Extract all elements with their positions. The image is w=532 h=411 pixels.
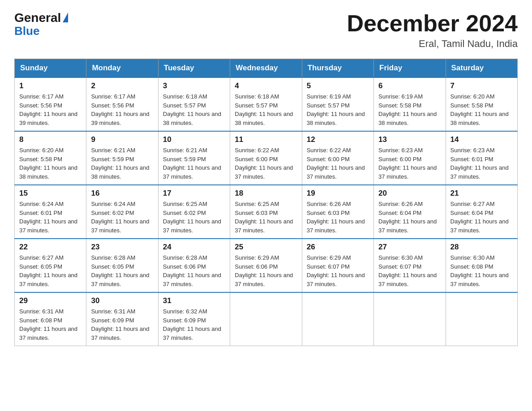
calendar-cell [374, 292, 446, 346]
calendar-week-row: 15Sunrise: 6:24 AMSunset: 6:01 PMDayligh… [15, 185, 518, 239]
calendar-cell: 29Sunrise: 6:31 AMSunset: 6:08 PMDayligh… [15, 292, 86, 346]
day-info: Sunrise: 6:27 AMSunset: 6:04 PMDaylight:… [450, 200, 513, 235]
calendar-cell: 9Sunrise: 6:21 AMSunset: 5:59 PMDaylight… [86, 131, 158, 185]
day-number: 11 [235, 135, 297, 144]
day-info: Sunrise: 6:21 AMSunset: 5:59 PMDaylight:… [163, 146, 225, 181]
day-info: Sunrise: 6:20 AMSunset: 5:58 PMDaylight:… [450, 92, 513, 127]
day-number: 19 [307, 189, 369, 198]
calendar-cell: 24Sunrise: 6:28 AMSunset: 6:06 PMDayligh… [158, 239, 230, 292]
calendar-cell [302, 292, 373, 346]
day-number: 27 [378, 243, 441, 252]
day-number: 16 [91, 189, 153, 198]
day-info: Sunrise: 6:31 AMSunset: 6:08 PMDaylight:… [19, 307, 82, 342]
day-number: 4 [235, 81, 297, 90]
day-info: Sunrise: 6:26 AMSunset: 6:03 PMDaylight:… [307, 200, 369, 235]
day-number: 3 [163, 81, 225, 90]
day-info: Sunrise: 6:22 AMSunset: 6:00 PMDaylight:… [235, 146, 297, 181]
day-info: Sunrise: 6:17 AMSunset: 5:56 PMDaylight:… [91, 92, 153, 127]
day-info: Sunrise: 6:24 AMSunset: 6:02 PMDaylight:… [91, 200, 153, 235]
day-info: Sunrise: 6:25 AMSunset: 6:03 PMDaylight:… [235, 200, 297, 235]
weekday-header-friday: Friday [374, 59, 446, 78]
title-area: December 2024 Eral, Tamil Nadu, India [347, 11, 518, 50]
day-info: Sunrise: 6:24 AMSunset: 6:01 PMDaylight:… [19, 200, 82, 235]
calendar-cell: 31Sunrise: 6:32 AMSunset: 6:09 PMDayligh… [158, 292, 230, 346]
calendar-cell: 2Sunrise: 6:17 AMSunset: 5:56 PMDaylight… [86, 77, 158, 131]
day-number: 10 [163, 135, 225, 144]
calendar-cell: 8Sunrise: 6:20 AMSunset: 5:58 PMDaylight… [15, 131, 86, 185]
calendar-week-row: 1Sunrise: 6:17 AMSunset: 5:56 PMDaylight… [15, 77, 518, 131]
calendar-cell: 15Sunrise: 6:24 AMSunset: 6:01 PMDayligh… [15, 185, 86, 239]
logo-general-text: General [14, 11, 61, 25]
day-info: Sunrise: 6:18 AMSunset: 5:57 PMDaylight:… [235, 92, 297, 127]
day-number: 31 [163, 296, 225, 305]
day-info: Sunrise: 6:22 AMSunset: 6:00 PMDaylight:… [307, 146, 369, 181]
weekday-header-sunday: Sunday [15, 59, 86, 78]
calendar-cell: 17Sunrise: 6:25 AMSunset: 6:02 PMDayligh… [158, 185, 230, 239]
day-number: 12 [307, 135, 369, 144]
calendar-week-row: 22Sunrise: 6:27 AMSunset: 6:05 PMDayligh… [15, 239, 518, 292]
calendar-cell: 27Sunrise: 6:30 AMSunset: 6:07 PMDayligh… [374, 239, 446, 292]
calendar-cell [230, 292, 302, 346]
weekday-header-wednesday: Wednesday [230, 59, 302, 78]
calendar-cell: 14Sunrise: 6:23 AMSunset: 6:01 PMDayligh… [446, 131, 517, 185]
calendar-cell: 3Sunrise: 6:18 AMSunset: 5:57 PMDaylight… [158, 77, 230, 131]
calendar-cell: 16Sunrise: 6:24 AMSunset: 6:02 PMDayligh… [86, 185, 158, 239]
weekday-header-tuesday: Tuesday [158, 59, 230, 78]
calendar-cell: 10Sunrise: 6:21 AMSunset: 5:59 PMDayligh… [158, 131, 230, 185]
day-number: 2 [91, 81, 153, 90]
calendar-cell [446, 292, 517, 346]
calendar-cell: 12Sunrise: 6:22 AMSunset: 6:00 PMDayligh… [302, 131, 373, 185]
day-number: 15 [19, 189, 82, 198]
calendar-cell: 22Sunrise: 6:27 AMSunset: 6:05 PMDayligh… [15, 239, 86, 292]
calendar-cell: 6Sunrise: 6:19 AMSunset: 5:58 PMDaylight… [374, 77, 446, 131]
calendar-table: SundayMondayTuesdayWednesdayThursdayFrid… [14, 59, 518, 346]
calendar-cell: 30Sunrise: 6:31 AMSunset: 6:09 PMDayligh… [86, 292, 158, 346]
calendar-cell: 5Sunrise: 6:19 AMSunset: 5:57 PMDaylight… [302, 77, 373, 131]
weekday-header-monday: Monday [86, 59, 158, 78]
day-info: Sunrise: 6:29 AMSunset: 6:07 PMDaylight:… [307, 253, 369, 288]
day-number: 1 [19, 81, 82, 90]
day-number: 26 [307, 243, 369, 252]
day-info: Sunrise: 6:30 AMSunset: 6:08 PMDaylight:… [450, 253, 513, 288]
calendar-cell: 20Sunrise: 6:26 AMSunset: 6:04 PMDayligh… [374, 185, 446, 239]
day-info: Sunrise: 6:25 AMSunset: 6:02 PMDaylight:… [163, 200, 225, 235]
day-number: 13 [378, 135, 441, 144]
header: General Blue December 2024 Eral, Tamil N… [14, 11, 518, 50]
day-number: 23 [91, 243, 153, 252]
calendar-week-row: 29Sunrise: 6:31 AMSunset: 6:08 PMDayligh… [15, 292, 518, 346]
day-info: Sunrise: 6:19 AMSunset: 5:58 PMDaylight:… [378, 92, 441, 127]
calendar-cell: 4Sunrise: 6:18 AMSunset: 5:57 PMDaylight… [230, 77, 302, 131]
day-info: Sunrise: 6:17 AMSunset: 5:56 PMDaylight:… [19, 92, 82, 127]
calendar-cell: 25Sunrise: 6:29 AMSunset: 6:06 PMDayligh… [230, 239, 302, 292]
day-number: 5 [307, 81, 369, 90]
day-info: Sunrise: 6:20 AMSunset: 5:58 PMDaylight:… [19, 146, 82, 181]
logo: General Blue [14, 11, 68, 38]
day-info: Sunrise: 6:18 AMSunset: 5:57 PMDaylight:… [163, 92, 225, 127]
logo-blue-text: Blue [14, 24, 68, 38]
day-number: 20 [378, 189, 441, 198]
day-number: 6 [378, 81, 441, 90]
calendar-cell: 21Sunrise: 6:27 AMSunset: 6:04 PMDayligh… [446, 185, 517, 239]
day-number: 9 [91, 135, 153, 144]
day-info: Sunrise: 6:32 AMSunset: 6:09 PMDaylight:… [163, 307, 225, 342]
day-info: Sunrise: 6:31 AMSunset: 6:09 PMDaylight:… [91, 307, 153, 342]
day-info: Sunrise: 6:19 AMSunset: 5:57 PMDaylight:… [307, 92, 369, 127]
calendar-cell: 26Sunrise: 6:29 AMSunset: 6:07 PMDayligh… [302, 239, 373, 292]
calendar-cell: 19Sunrise: 6:26 AMSunset: 6:03 PMDayligh… [302, 185, 373, 239]
calendar-cell: 28Sunrise: 6:30 AMSunset: 6:08 PMDayligh… [446, 239, 517, 292]
day-number: 28 [450, 243, 513, 252]
calendar-cell: 23Sunrise: 6:28 AMSunset: 6:05 PMDayligh… [86, 239, 158, 292]
weekday-header-row: SundayMondayTuesdayWednesdayThursdayFrid… [15, 59, 518, 78]
day-info: Sunrise: 6:27 AMSunset: 6:05 PMDaylight:… [19, 253, 82, 288]
calendar-cell: 11Sunrise: 6:22 AMSunset: 6:00 PMDayligh… [230, 131, 302, 185]
calendar-cell: 18Sunrise: 6:25 AMSunset: 6:03 PMDayligh… [230, 185, 302, 239]
day-info: Sunrise: 6:28 AMSunset: 6:05 PMDaylight:… [91, 253, 153, 288]
day-info: Sunrise: 6:30 AMSunset: 6:07 PMDaylight:… [378, 253, 441, 288]
day-info: Sunrise: 6:26 AMSunset: 6:04 PMDaylight:… [378, 200, 441, 235]
day-info: Sunrise: 6:28 AMSunset: 6:06 PMDaylight:… [163, 253, 225, 288]
day-number: 18 [235, 189, 297, 198]
weekday-header-saturday: Saturday [446, 59, 517, 78]
calendar-cell: 13Sunrise: 6:23 AMSunset: 6:00 PMDayligh… [374, 131, 446, 185]
logo-arrow-icon [63, 13, 68, 22]
day-info: Sunrise: 6:21 AMSunset: 5:59 PMDaylight:… [91, 146, 153, 181]
